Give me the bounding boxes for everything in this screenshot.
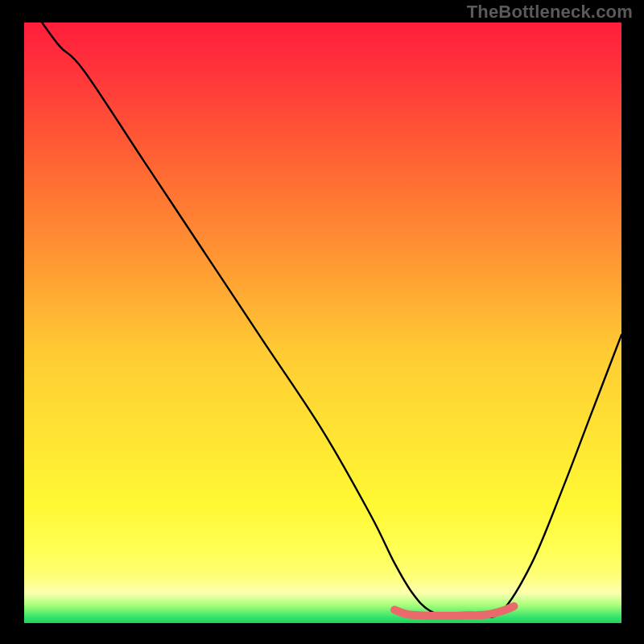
plot-area: [24, 23, 621, 623]
watermark-text: TheBottleneck.com: [467, 2, 633, 23]
main-curve: [42, 23, 621, 618]
chart-container: TheBottleneck.com: [0, 0, 644, 644]
curve-svg: [24, 23, 621, 623]
bottom-highlight: [394, 606, 514, 616]
